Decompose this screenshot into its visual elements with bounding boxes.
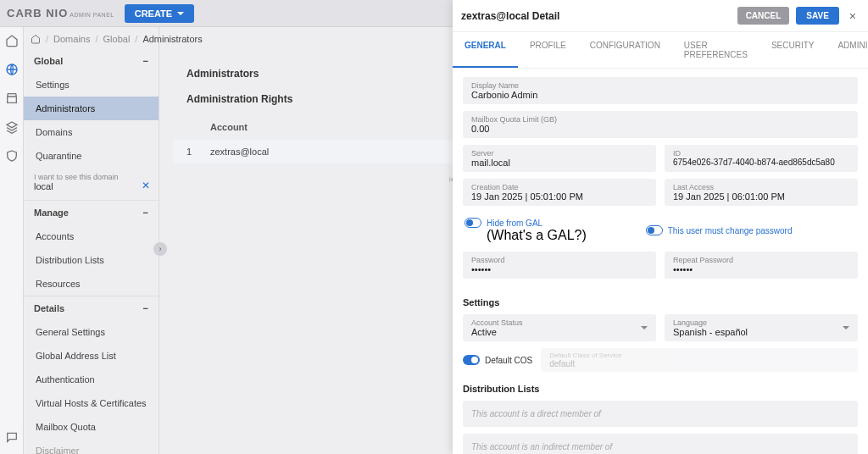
cancel-button[interactable]: CANCEL xyxy=(737,7,790,25)
field-password[interactable]: Password •••••• xyxy=(463,252,656,279)
breadcrumb-item-domains[interactable]: Domains xyxy=(53,34,90,44)
toggle-on-icon xyxy=(463,355,480,365)
select-language[interactable]: Language Spanish - español xyxy=(665,314,858,341)
field-value: •••••• xyxy=(471,264,648,274)
tab-general[interactable]: GENERAL xyxy=(453,32,518,68)
field-value: Spanish - español xyxy=(673,327,748,337)
sidebar: Global− Settings Administrators Domains … xyxy=(24,27,159,454)
globe-icon[interactable] xyxy=(5,63,19,76)
breadcrumb-item-global[interactable]: Global xyxy=(103,34,131,44)
field-value: mail.local xyxy=(471,158,648,168)
sidebar-group-details[interactable]: Details− xyxy=(24,296,159,320)
sidebar-item-general-settings[interactable]: General Settings xyxy=(24,320,159,344)
field-value: 19 Jan 2025 | 06:01:00 PM xyxy=(673,191,849,202)
sidebar-item-disclaimer[interactable]: Disclaimer xyxy=(24,439,159,454)
select-account-status[interactable]: Account Status Active xyxy=(463,314,656,341)
distlists-heading: Distribution Lists xyxy=(463,384,858,394)
field-label: Account Status xyxy=(471,318,523,327)
toggle-must-change-password[interactable]: This user must change password xyxy=(646,225,793,235)
field-label: Creation Date xyxy=(471,183,648,191)
field-label: ID xyxy=(673,149,849,158)
domain-filter-label: I want to see this domain xyxy=(34,173,148,181)
detail-body: Display Name Carbonio Admin Mailbox Quot… xyxy=(453,69,868,454)
create-button-label: CREATE xyxy=(135,8,172,19)
sidebar-item-authentication[interactable]: Authentication xyxy=(24,368,159,391)
field-creation-date: Creation Date 19 Jan 2025 | 05:01:00 PM xyxy=(463,179,656,206)
chevron-down-icon xyxy=(177,12,184,15)
sidebar-item-administrators[interactable]: Administrators xyxy=(24,97,159,120)
domain-filter[interactable]: I want to see this domain local ✕ xyxy=(24,168,159,201)
home-icon[interactable] xyxy=(5,34,19,47)
toggle-label: This user must change password xyxy=(668,226,793,235)
field-id: ID 6754e026-37d7-4040-b874-aed865dc5a80 xyxy=(665,145,858,172)
field-label: Last Access xyxy=(673,183,849,191)
field-default-cos: Default Class of Service default xyxy=(541,348,858,372)
save-button[interactable]: SAVE xyxy=(796,7,839,25)
toggle-icon xyxy=(465,218,481,228)
distlist-indirect: This account is an indirect member of xyxy=(463,434,858,454)
sidebar-item-accounts[interactable]: Accounts xyxy=(24,224,159,248)
tab-user-preferences[interactable]: USER PREFERENCES xyxy=(672,32,760,68)
collapse-icon: − xyxy=(143,208,148,218)
sidebar-item-virtual-hosts[interactable]: Virtual Hosts & Certificates xyxy=(24,391,159,415)
field-last-access: Last Access 19 Jan 2025 | 06:01:00 PM xyxy=(665,179,858,206)
store-icon[interactable] xyxy=(5,91,19,105)
sidebar-item-quarantine[interactable]: Quarantine xyxy=(24,144,159,168)
tab-configuration[interactable]: CONFIGURATION xyxy=(578,32,672,68)
home-icon[interactable] xyxy=(31,34,41,44)
chevron-down-icon xyxy=(641,326,648,329)
field-server: Server mail.local xyxy=(463,145,656,172)
distlist-direct: This account is a direct member of xyxy=(463,401,858,427)
field-value: Carbonio Admin xyxy=(471,90,849,100)
tab-profile[interactable]: PROFILE xyxy=(518,32,578,68)
sidebar-group-manage[interactable]: Manage− xyxy=(24,201,159,224)
field-display-name[interactable]: Display Name Carbonio Admin xyxy=(463,77,858,104)
sidebar-item-mailbox-quota[interactable]: Mailbox Quota xyxy=(24,415,159,439)
field-value: default xyxy=(549,359,621,368)
logo: CARB NIO ADMIN PANEL xyxy=(7,7,114,19)
toggle-default-cos[interactable]: Default COS xyxy=(463,355,532,365)
field-label: Display Name xyxy=(471,81,849,90)
tab-security[interactable]: SECURITY xyxy=(760,32,826,68)
sidebar-item-gal[interactable]: Global Address List xyxy=(24,344,159,368)
field-value: Active xyxy=(471,327,523,337)
field-value: 0.00 xyxy=(471,124,849,134)
detail-tabs: GENERAL PROFILE CONFIGURATION USER PREFE… xyxy=(453,32,868,69)
settings-heading: Settings xyxy=(463,297,858,307)
breadcrumb-sep: / xyxy=(46,34,48,44)
field-label: Language xyxy=(673,318,748,327)
clear-icon[interactable]: ✕ xyxy=(142,180,150,191)
sidebar-item-distribution-lists[interactable]: Distribution Lists xyxy=(24,248,159,272)
sidebar-item-settings[interactable]: Settings xyxy=(24,73,159,97)
detail-panel: zextras@local Detail CANCEL SAVE × GENER… xyxy=(453,0,868,454)
field-repeat-password[interactable]: Repeat Password •••••• xyxy=(665,252,858,279)
sidebar-item-resources[interactable]: Resources xyxy=(24,272,159,296)
field-quota[interactable]: Mailbox Quota Limit (GB) 0.00 xyxy=(463,111,858,138)
tab-administration[interactable]: ADMINISTRATION xyxy=(826,32,868,68)
toggle-hide-gal[interactable]: Hide from GAL (What's a GAL?) xyxy=(465,218,587,243)
sidebar-item-domains[interactable]: Domains xyxy=(24,120,159,144)
chat-icon[interactable] xyxy=(5,430,19,444)
field-label: Password xyxy=(471,256,648,264)
whats-gal-link[interactable]: (What's a GAL?) xyxy=(487,228,587,242)
collapse-sidebar-button[interactable]: › xyxy=(153,242,167,256)
logo-subtext: ADMIN PANEL xyxy=(70,12,114,18)
stack-icon[interactable] xyxy=(5,120,19,134)
shield-icon[interactable] xyxy=(5,149,19,163)
field-label: Server xyxy=(471,149,648,158)
detail-title: zextras@local Detail xyxy=(461,10,731,22)
field-label: Default Class of Service xyxy=(549,352,621,359)
field-label: Repeat Password xyxy=(673,256,849,264)
chevron-down-icon xyxy=(843,326,849,329)
close-icon[interactable]: × xyxy=(846,9,860,23)
create-button[interactable]: CREATE xyxy=(125,4,194,23)
toggle-icon xyxy=(646,225,663,235)
breadcrumb: / Domains / Global / Administrators xyxy=(31,34,203,44)
field-label: Mailbox Quota Limit (GB) xyxy=(471,115,849,124)
toggle-label: Hide from GAL xyxy=(487,219,542,228)
field-value: 19 Jan 2025 | 05:01:00 PM xyxy=(471,191,648,202)
breadcrumb-sep: / xyxy=(135,34,137,44)
collapse-icon: − xyxy=(143,303,148,313)
sidebar-group-global[interactable]: Global− xyxy=(24,49,159,73)
collapse-icon: − xyxy=(143,56,148,66)
